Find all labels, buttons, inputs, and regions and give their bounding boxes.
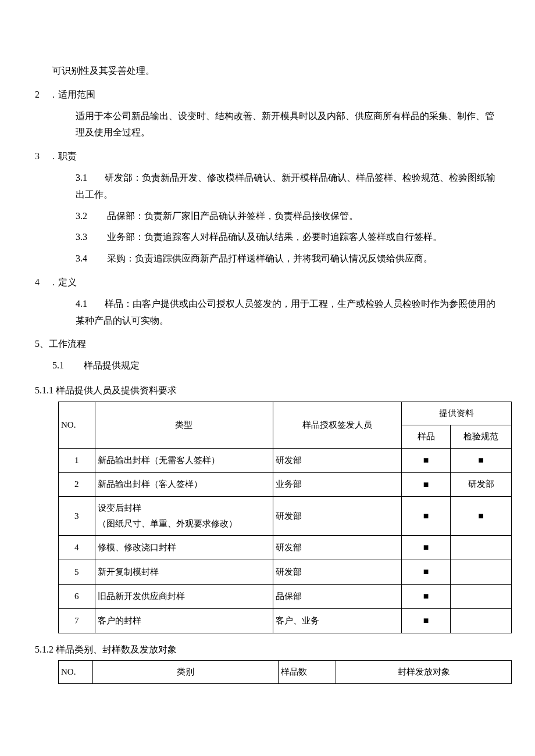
section-3-3: 3.3 业务部：负责追踪客人对样品确认及确认结果，必要时追踪客人签样或自行签样。 [35, 229, 500, 246]
cell-signer: 研发部 [273, 448, 402, 472]
section-3-1-text: 研发部：负责新品开发、修改模样品确认、新开模样品确认、样品签样、检验规范、检验图… [76, 173, 495, 199]
section-2-number: 2 [35, 87, 47, 103]
th-spec: 检验规范 [451, 425, 512, 448]
table-2-caption: 5.1.2 样品类别、封样数及发放对象 [35, 642, 500, 658]
cell-no: 7 [59, 608, 95, 633]
table-row: NO. 类别 样品数 封样发放对象 [59, 661, 512, 684]
cell-sample: ■ [402, 448, 451, 472]
section-5-heading: 5、工作流程 [35, 336, 500, 353]
cell-no: 6 [59, 584, 95, 608]
th-category: 类别 [93, 661, 279, 684]
section-5-number: 5、 [35, 339, 49, 349]
cell-sample: ■ [402, 560, 451, 585]
table-1-caption: 5.1.1 样品提供人员及提供资料要求 [35, 382, 500, 399]
section-3-1: 3.1研发部：负责新品开发、修改模样品确认、新开模样品确认、样品签样、检验规范、… [35, 170, 500, 203]
table-row: 4 修模、修改浇口封样 研发部 ■ [59, 536, 512, 560]
cell-sample: ■ [402, 536, 451, 560]
section-5-title: 工作流程 [49, 339, 86, 349]
cell-type: 旧品新开发供应商封样 [95, 584, 273, 608]
section-3-2-text: 品保部：负责新厂家旧产品确认并签样，负责样品接收保管。 [105, 211, 358, 221]
section-3-number: 3 [35, 148, 47, 165]
table-row: 2 新品输出封样（客人签样） 业务部 ■ 研发部 [59, 472, 512, 497]
section-3-4-text: 采购：负责追踪供应商新产品打样送样确认，并将我司确认情况反馈给供应商。 [105, 253, 433, 263]
cell-signer: 研发部 [273, 536, 402, 560]
section-3-3-num: 3.3 [76, 229, 105, 246]
table-2-caption-num: 5.1.2 [35, 644, 54, 654]
cell-no: 2 [59, 472, 95, 497]
section-4-1: 4.1样品：由客户提供或由公司授权人员签发的，用于工程，生产或检验人员检验时作为… [35, 296, 500, 329]
th-no: NO. [59, 661, 93, 684]
cell-sample: ■ [402, 608, 451, 633]
cell-sample: ■ [402, 472, 451, 497]
section-5-1-num: 5.1 [52, 357, 81, 374]
cell-no: 1 [59, 448, 95, 472]
cell-spec: ■ [451, 448, 512, 472]
section-3-1-num: 3.1 [76, 170, 105, 187]
section-2-heading: 2 ．适用范围 [35, 87, 500, 103]
table-row: 6 旧品新开发供应商封样 品保部 ■ [59, 584, 512, 608]
section-5-1: 5.1 样品提供规定 [35, 357, 500, 374]
table-row: NO. 类型 样品授权签发人员 提供资料 [59, 402, 512, 425]
table-row: 1 新品输出封样（无需客人签样） 研发部 ■ ■ [59, 448, 512, 472]
section-3-heading: 3 ．职责 [35, 148, 500, 165]
section-5-1-text: 样品提供规定 [81, 360, 140, 370]
section-4-number: 4 [35, 274, 47, 291]
th-type: 类型 [95, 402, 273, 448]
cell-spec [451, 536, 512, 560]
table-2: NO. 类别 样品数 封样发放对象 [58, 660, 512, 684]
section-4-title: ．定义 [49, 277, 77, 287]
th-target: 封样发放对象 [336, 661, 512, 684]
section-3-title: ．职责 [49, 151, 77, 161]
cell-spec [451, 584, 512, 608]
table-row: 5 新开复制模封样 研发部 ■ [59, 560, 512, 585]
cell-no: 5 [59, 560, 95, 585]
th-no: NO. [59, 402, 95, 448]
cell-no: 4 [59, 536, 95, 560]
cell-signer: 业务部 [273, 472, 402, 497]
section-4-1-num: 4.1 [76, 296, 105, 313]
table-1-caption-num: 5.1.1 [35, 385, 54, 395]
th-sample: 样品 [402, 425, 451, 448]
th-materials: 提供资料 [402, 402, 512, 425]
section-1-tail-text: 可识别性及其妥善处理。 [35, 63, 500, 80]
section-3-4-num: 3.4 [76, 250, 105, 267]
section-4-1-text: 样品：由客户提供或由公司授权人员签发的，用于工程，生产或检验人员检验时作为参照使… [76, 299, 495, 325]
cell-signer: 客户、业务 [273, 608, 402, 633]
cell-spec: ■ [451, 497, 512, 536]
th-count: 样品数 [279, 661, 336, 684]
table-row: 7 客户的封样 客户、业务 ■ [59, 608, 512, 633]
cell-sample: ■ [402, 584, 451, 608]
cell-signer: 研发部 [273, 497, 402, 536]
cell-spec [451, 560, 512, 585]
cell-type: 新品输出封样（无需客人签样） [95, 448, 273, 472]
cell-signer: 品保部 [273, 584, 402, 608]
section-3-2-num: 3.2 [76, 208, 105, 225]
cell-type: 设变后封样 （图纸尺寸、单重、外观要求修改） [95, 497, 273, 536]
section-2-body: 适用于本公司新品输出、设变时、结构改善、新开模具时以及内部、供应商所有样品的采集… [35, 108, 500, 142]
cell-spec [451, 608, 512, 633]
section-3-2: 3.2 品保部：负责新厂家旧产品确认并签样，负责样品接收保管。 [35, 208, 500, 225]
section-3-3-text: 业务部：负责追踪客人对样品确认及确认结果，必要时追踪客人签样或自行签样。 [105, 232, 442, 242]
table-row: 3 设变后封样 （图纸尺寸、单重、外观要求修改） 研发部 ■ ■ [59, 497, 512, 536]
cell-type: 修模、修改浇口封样 [95, 536, 273, 560]
cell-type: 新品输出封样（客人签样） [95, 472, 273, 497]
table-1: NO. 类型 样品授权签发人员 提供资料 样品 检验规范 1 新品输出封样（无需… [58, 402, 512, 633]
th-signer: 样品授权签发人员 [273, 402, 402, 448]
cell-signer: 研发部 [273, 560, 402, 585]
section-3-4: 3.4 采购：负责追踪供应商新产品打样送样确认，并将我司确认情况反馈给供应商。 [35, 250, 500, 267]
cell-sample: ■ [402, 497, 451, 536]
cell-type: 客户的封样 [95, 608, 273, 633]
cell-spec: 研发部 [451, 472, 512, 497]
table-1-caption-text: 样品提供人员及提供资料要求 [56, 385, 177, 395]
cell-type: 新开复制模封样 [95, 560, 273, 585]
cell-no: 3 [59, 497, 95, 536]
table-2-caption-text: 样品类别、封样数及发放对象 [56, 644, 177, 654]
section-2-title: ．适用范围 [49, 89, 95, 99]
section-4-heading: 4 ．定义 [35, 274, 500, 291]
